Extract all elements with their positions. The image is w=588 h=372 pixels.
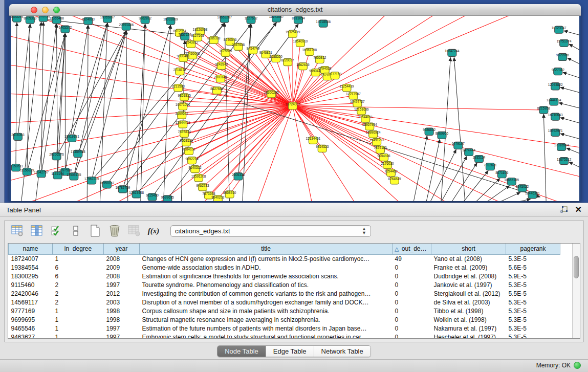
graph-node[interactable]: 9390461 [177, 54, 190, 61]
table-cell[interactable]: 0 [393, 315, 431, 324]
table-cell[interactable]: 19384554 [9, 263, 53, 272]
table-cell[interactable]: 2009 [104, 263, 140, 272]
graph-node[interactable]: 6479197 [452, 142, 465, 149]
table-cell[interactable]: 2 [53, 298, 104, 307]
graph-node[interactable]: 9227342 [552, 68, 565, 75]
graph-node[interactable]: 2935114 [473, 156, 486, 163]
graph-node[interactable]: 19751074 [557, 39, 572, 47]
table-cell[interactable]: Jankovic et al. (1997) [431, 280, 506, 289]
function-builder-icon[interactable]: f(x) [147, 224, 160, 237]
table-cell[interactable]: 6 [53, 263, 104, 272]
table-cell[interactable]: 14569117 [9, 298, 53, 307]
table-row[interactable]: 977716911998Corpus callosum shape and si… [9, 307, 560, 315]
graph-node[interactable]: 16210643 [548, 113, 563, 120]
graph-node[interactable]: 9462733 [196, 184, 209, 191]
table-cell[interactable]: 18300295 [9, 272, 53, 280]
graph-node[interactable]: 9777169 [329, 72, 342, 79]
table-cell[interactable]: 5.9E-5 [506, 272, 560, 280]
graph-node[interactable]: 16033809 [163, 17, 178, 25]
table-cell[interactable]: 5.3E-5 [506, 254, 560, 263]
table-cell[interactable]: 2008 [104, 272, 140, 280]
column-header-year[interactable]: year [104, 244, 140, 254]
graph-node[interactable]: 9563510 [180, 139, 193, 146]
graph-node[interactable]: 10653287 [217, 16, 232, 23]
graph-node[interactable]: 12217987 [346, 92, 361, 99]
graph-node[interactable]: 20206576 [49, 152, 64, 160]
table-cell[interactable]: 1997 [104, 333, 140, 339]
graph-node[interactable]: 2605336 [232, 173, 245, 180]
network-canvas[interactable]: 1872400718300295891295419226058165438129… [11, 16, 579, 201]
table-cell[interactable]: Yano et al. (2008) [431, 254, 506, 263]
graph-node[interactable]: 2803144 [214, 75, 227, 82]
table-cell[interactable]: Investigating the contribution of common… [140, 289, 393, 298]
graph-node[interactable]: 8215958 [537, 106, 551, 114]
table-cell[interactable]: 18724007 [9, 254, 53, 263]
table-cell[interactable]: 5.3E-5 [506, 315, 560, 324]
delete-table-icon[interactable] [108, 224, 121, 237]
graph-node[interactable]: 17957225 [84, 177, 99, 184]
graph-node[interactable]: 18957984 [362, 123, 377, 130]
graph-node[interactable]: 8958910 [223, 191, 236, 198]
table-cell[interactable]: Embryonic stem cells: a model to study s… [140, 333, 393, 339]
close-panel-icon[interactable]: ✕ [575, 205, 582, 214]
table-cell[interactable]: 1998 [104, 307, 140, 315]
graph-node[interactable]: 1405572 [59, 26, 72, 33]
graph-node[interactable]: 7254462 [384, 169, 398, 177]
table-cell[interactable]: 49 [393, 254, 431, 263]
graph-node[interactable]: 9699695 [161, 195, 175, 201]
table-cell[interactable]: Franke et al. (2009) [431, 263, 506, 272]
node-table[interactable]: namein_degreeyeartitle△ out_de…shortpage… [8, 244, 560, 339]
graph-node[interactable]: 12446391 [525, 191, 540, 199]
graph-node[interactable]: 1527602 [245, 16, 258, 24]
table-cell[interactable]: 0 [393, 307, 431, 315]
graph-node[interactable]: 1145194 [51, 172, 64, 179]
graph-node[interactable]: 16782759 [115, 186, 130, 193]
table-row[interactable]: 1872400712008Changes of HCN gene express… [9, 254, 560, 263]
table-cell[interactable]: 2 [53, 280, 104, 289]
graph-node[interactable]: 9862812 [139, 16, 152, 24]
graph-node[interactable]: 9852213 [186, 157, 199, 164]
graph-node[interactable]: 12093822 [548, 83, 563, 90]
graph-node[interactable]: 9586862 [423, 128, 436, 135]
float-panel-icon[interactable] [560, 206, 568, 213]
graph-node[interactable]: 1588520 [270, 55, 283, 62]
graph-node[interactable]: 9329966 [556, 53, 570, 60]
graph-node[interactable]: 9054946 [377, 154, 390, 161]
graph-node[interactable]: 13942757 [34, 170, 49, 178]
graph-node[interactable]: 8905313 [24, 16, 37, 24]
graph-node[interactable]: 7874163 [374, 146, 387, 153]
graph-node[interactable]: 11544091 [358, 115, 373, 122]
table-cell[interactable]: 5.3E-5 [506, 333, 560, 339]
table-cell[interactable]: 1997 [104, 280, 140, 289]
table-cell[interactable]: Tourette syndrome. Phenomenology and cla… [140, 280, 393, 289]
table-cell[interactable]: de Silva et al. (2003) [431, 298, 506, 307]
table-cell[interactable]: 1 [53, 333, 104, 339]
table-cell[interactable]: 2 [53, 289, 104, 298]
table-cell[interactable]: Nakamura et al. (1997) [431, 324, 506, 333]
graph-node[interactable]: 8969965 [435, 132, 449, 139]
graph-node[interactable]: 3160622 [176, 112, 189, 119]
graph-node[interactable]: 2213503 [172, 84, 185, 92]
table-cell[interactable]: 0 [393, 298, 431, 307]
table-cell[interactable]: 5.3E-5 [506, 280, 560, 289]
graph-node[interactable]: 16543812 [184, 40, 199, 48]
graph-node[interactable]: 12923448 [129, 191, 144, 198]
table-row[interactable]: 969969511998Structural magnetic resonanc… [9, 315, 560, 324]
column-header-title[interactable]: title [140, 244, 393, 254]
row-height-icon[interactable] [69, 224, 82, 237]
graph-node[interactable]: 9340203 [211, 195, 225, 201]
graph-node[interactable]: 15992971 [548, 129, 563, 136]
graph-node[interactable]: 7497814 [178, 130, 191, 137]
graph-node[interactable]: 17016504 [554, 143, 569, 150]
graph-node[interactable]: 8427552 [210, 87, 224, 94]
tab-network-table[interactable]: Network Table [314, 346, 371, 357]
table-cell[interactable]: Wolkin et al. (1998) [431, 315, 506, 324]
table-cell[interactable]: Corpus callosum shape and size in male p… [140, 307, 393, 315]
table-cell[interactable]: 0 [393, 324, 431, 333]
table-row[interactable]: 946554611997Estimation of the future num… [9, 324, 560, 333]
graph-node[interactable]: 8640312 [188, 166, 202, 173]
graph-node[interactable]: 1862615 [296, 63, 310, 70]
table-cell[interactable]: 2003 [104, 298, 140, 307]
graph-node[interactable]: 2176030 [381, 162, 394, 169]
graph-node[interactable]: 10655185 [504, 178, 519, 185]
